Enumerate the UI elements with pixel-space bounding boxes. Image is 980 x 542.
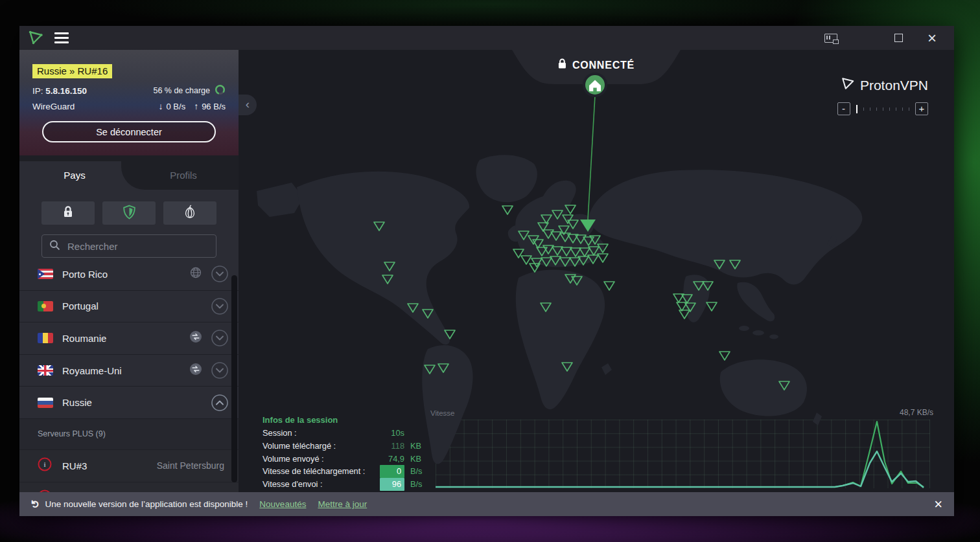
session-unit: KB xyxy=(404,440,432,453)
server-marker-icon[interactable] xyxy=(706,302,717,311)
globe-icon xyxy=(189,266,202,282)
session-unit: B/s xyxy=(404,465,432,478)
secure-core-button[interactable] xyxy=(41,201,95,225)
p2p-icon xyxy=(189,330,202,346)
country-row-russie[interactable]: Russie xyxy=(19,387,239,419)
country-name: Porto Rico xyxy=(62,269,180,280)
netshield-button[interactable] xyxy=(102,201,156,225)
session-info-panel: Infos de la session Session :10sVolume t… xyxy=(262,415,432,491)
speed-indicators: 0 B/s 96 B/s xyxy=(159,101,226,111)
country-name: Royaume-Uni xyxy=(62,365,180,376)
load-donut-icon xyxy=(215,84,226,97)
connection-title: Russie » RU#16 xyxy=(32,64,112,78)
p2p-icon xyxy=(189,363,202,378)
country-row-royaume-uni[interactable]: Royaume-Uni xyxy=(19,355,239,387)
disconnect-button[interactable]: Se déconnecter xyxy=(42,121,216,142)
lock-status-icon xyxy=(558,58,566,72)
server-marker-icon[interactable] xyxy=(604,282,614,290)
maximize-button[interactable] xyxy=(884,26,913,50)
update-banner: Une nouvelle version de l’application es… xyxy=(19,492,954,516)
whats-new-link[interactable]: Nouveautés xyxy=(259,499,306,509)
session-label: Session : xyxy=(262,427,376,440)
server-info-icon[interactable]: i xyxy=(38,457,52,474)
zoom-in-button[interactable]: + xyxy=(915,102,928,115)
minimize-button[interactable] xyxy=(850,26,879,50)
session-row: Volume téléchargé :118KB xyxy=(262,440,432,453)
upload-speed-line xyxy=(436,451,924,488)
download-speed: 0 B/s xyxy=(167,102,186,111)
country-list: Porto RicoPortugalRoumanieRoyaume-UniRus… xyxy=(19,258,239,516)
banner-close-icon[interactable] xyxy=(934,496,942,513)
country-row-roumanie[interactable]: Roumanie xyxy=(19,322,239,355)
tor-button[interactable] xyxy=(163,201,216,225)
graph-max-label: 48,7 KB/s xyxy=(900,408,933,417)
server-city: Saint Petersburg xyxy=(157,460,224,471)
chevron-down-icon[interactable] xyxy=(211,362,228,379)
zoom-slider[interactable] xyxy=(856,105,910,113)
graph-axis-label: Vitesse xyxy=(430,409,455,417)
download-arrow-icon xyxy=(159,101,163,111)
zoom-out-button[interactable]: - xyxy=(837,102,850,115)
brand-name: ProtonVPN xyxy=(860,78,928,93)
upload-arrow-icon xyxy=(189,101,198,111)
session-unit: B/s xyxy=(404,478,432,491)
protocol-label: WireGuard xyxy=(32,102,75,111)
close-button[interactable] xyxy=(918,26,946,50)
session-value: 96 xyxy=(376,478,404,491)
tab-countries[interactable]: Pays xyxy=(19,161,130,190)
session-label: Volume téléchargé : xyxy=(262,440,376,453)
flag-pr-icon xyxy=(38,269,53,279)
country-row-portugal[interactable]: Portugal xyxy=(19,291,239,323)
server-name: RU#3 xyxy=(62,460,146,471)
session-info-title: Infos de la session xyxy=(262,415,432,425)
chevron-down-icon[interactable] xyxy=(211,298,228,315)
session-value: 0 xyxy=(376,465,404,478)
sidebar-scrollbar[interactable] xyxy=(231,275,237,482)
server-marker-icon[interactable] xyxy=(502,206,513,214)
map-zoom-control: - + xyxy=(837,102,929,115)
session-unit: KB xyxy=(404,453,432,466)
connection-status: CONNECTÉ xyxy=(558,58,635,72)
update-message: Une nouvelle version de l’application es… xyxy=(45,499,248,509)
chevron-down-icon[interactable] xyxy=(211,265,228,282)
session-row: Volume envoyé :74,9KB xyxy=(262,453,432,466)
proton-logo-icon xyxy=(27,28,44,48)
sidebar: Russie » RU#16 IP: 5.8.16.150 56 % de ch… xyxy=(19,50,239,516)
session-label: Vitesse de téléchargement : xyxy=(262,465,376,478)
session-row: Session :10s xyxy=(262,427,432,440)
tab-bar: Pays Profils xyxy=(19,161,239,190)
protonvpn-window: Russie » RU#16 IP: 5.8.16.150 56 % de ch… xyxy=(19,26,954,516)
chevron-down-icon[interactable] xyxy=(211,330,228,346)
connection-header: Russie » RU#16 IP: 5.8.16.150 56 % de ch… xyxy=(19,50,239,155)
country-name: Portugal xyxy=(62,300,193,311)
tor-onion-icon xyxy=(185,205,195,221)
home-marker[interactable] xyxy=(584,74,606,96)
refresh-icon xyxy=(31,498,45,510)
flag-gb-icon xyxy=(38,365,53,376)
upload-speed: 96 B/s xyxy=(202,102,226,111)
filter-buttons xyxy=(41,201,216,225)
country-row-porto-rico[interactable]: Porto Rico xyxy=(19,258,239,291)
titlebar xyxy=(19,26,954,50)
session-label: Vitesse d'envoi : xyxy=(262,478,376,491)
protonvpn-logo-icon xyxy=(841,76,855,95)
download-speed-line xyxy=(436,422,924,487)
map-area: CONNECTÉ ProtonVPN - + Infos de la sessi… xyxy=(239,50,954,516)
search-box xyxy=(41,234,216,258)
tab-profiles[interactable]: Profils xyxy=(128,161,239,190)
server-row-ru-3[interactable]: iRU#3Saint Petersburg xyxy=(19,450,239,482)
update-link[interactable]: Mettre à jour xyxy=(318,499,367,509)
server-ip: IP: 5.8.16.150 xyxy=(32,86,87,96)
brand-block: ProtonVPN - + xyxy=(837,76,929,115)
tabs-divider xyxy=(19,155,239,161)
shield-icon xyxy=(122,205,136,222)
server-load: 56 % de charge xyxy=(153,84,226,97)
hamburger-menu-icon[interactable] xyxy=(54,32,69,43)
flag-pt-icon xyxy=(38,301,53,311)
chevron-up-icon[interactable] xyxy=(211,394,228,411)
country-name: Russie xyxy=(62,397,193,408)
profile-switch-icon[interactable] xyxy=(817,26,845,50)
search-input[interactable] xyxy=(66,240,209,253)
flag-ro-icon xyxy=(38,333,53,343)
server-marker-icon[interactable] xyxy=(719,352,730,360)
